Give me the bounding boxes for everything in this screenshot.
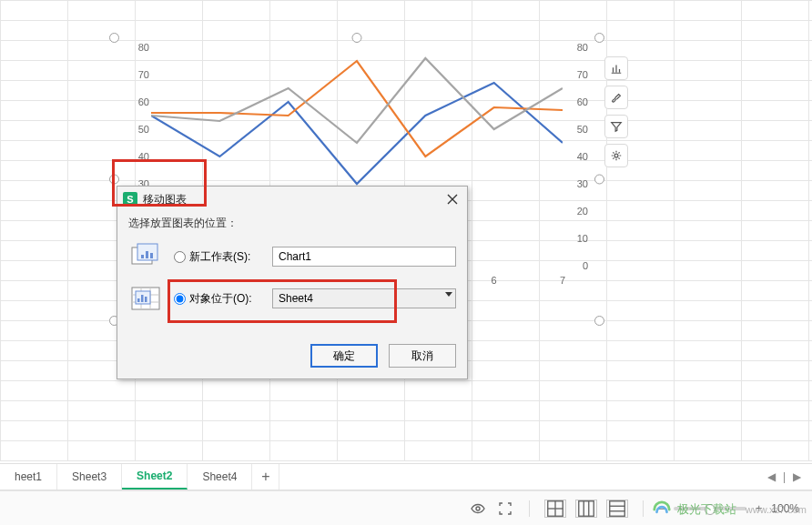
cancel-button[interactable]: 取消 <box>389 344 456 368</box>
tab-nav-prev[interactable]: ◀ <box>767 470 776 483</box>
zoom-text[interactable]: 100% <box>771 502 799 515</box>
radio-object-in[interactable]: 对象位于(O): <box>174 291 263 307</box>
tab-nav: ◀ | ▶ <box>756 464 812 490</box>
chevron-down-icon <box>445 292 452 297</box>
resize-handle-tl[interactable] <box>109 33 119 43</box>
zoom-control[interactable]: − + 100% <box>658 502 799 515</box>
chart-elements-button[interactable] <box>604 56 628 80</box>
option-object-in-row: 对象位于(O): Sheet4 <box>128 282 456 315</box>
status-bar: − + 100% <box>0 490 812 525</box>
bar-chart-icon <box>610 62 623 75</box>
sheet-tab-sheet2[interactable]: Sheet2 <box>122 464 188 490</box>
grid-icon <box>545 499 565 519</box>
chart-tools <box>604 56 628 167</box>
object-in-select[interactable]: Sheet4 <box>272 288 456 308</box>
svg-rect-4 <box>146 251 148 258</box>
resize-handle-tr[interactable] <box>594 33 604 43</box>
sheet-tab-sheet4[interactable]: Sheet4 <box>188 464 252 490</box>
sheet-tab-sheet3[interactable]: Sheet3 <box>57 464 122 490</box>
ok-button[interactable]: 确定 <box>310 344 378 368</box>
radio-new-sheet[interactable]: 新工作表(S): <box>174 249 263 265</box>
zoom-slider[interactable] <box>674 507 746 510</box>
app-icon: S <box>123 192 137 207</box>
funnel-icon <box>610 120 623 133</box>
svg-point-15 <box>476 507 480 510</box>
chart-filter-button[interactable] <box>604 115 628 138</box>
radio-object-in-label: 对象位于(O): <box>189 291 252 307</box>
eye-icon <box>471 501 485 516</box>
gear-icon <box>610 149 623 162</box>
close-button[interactable] <box>442 190 463 208</box>
focus-icon <box>498 501 513 516</box>
svg-rect-3 <box>141 255 144 258</box>
zoom-out[interactable]: − <box>658 502 665 515</box>
tab-nav-sep: | <box>783 470 786 483</box>
columns-icon <box>576 499 596 519</box>
resize-handle-br[interactable] <box>594 316 604 326</box>
chart-styles-button[interactable] <box>604 86 628 109</box>
dialog-titlebar[interactable]: S 移动图表 <box>117 187 467 212</box>
svg-rect-14 <box>145 297 147 302</box>
view-normal[interactable] <box>544 500 566 518</box>
move-chart-dialog: S 移动图表 选择放置图表的位置： 新工作表(S): 对象位于(O): <box>117 186 468 379</box>
new-sheet-icon <box>128 240 165 273</box>
radio-new-sheet-label: 新工作表(S): <box>189 249 250 265</box>
brush-icon <box>610 91 623 104</box>
zoom-in[interactable]: + <box>756 502 762 515</box>
eye-toggle[interactable] <box>469 500 487 518</box>
focus-toggle[interactable] <box>496 500 514 518</box>
dialog-title: 移动图表 <box>143 192 442 207</box>
view-page[interactable] <box>575 500 597 518</box>
sheet-tab-bar: heet1Sheet3Sheet2Sheet4 + ◀ | ▶ <box>0 463 812 490</box>
new-sheet-name-input[interactable] <box>272 247 456 267</box>
resize-handle-tm[interactable] <box>352 33 362 43</box>
option-new-sheet-row: 新工作表(S): <box>128 240 456 273</box>
view-mode-group <box>544 500 628 518</box>
tab-nav-next[interactable]: ▶ <box>793 470 801 483</box>
svg-rect-19 <box>579 500 594 516</box>
add-sheet-button[interactable]: + <box>252 464 279 490</box>
svg-rect-13 <box>141 295 144 302</box>
rows-icon <box>607 499 627 519</box>
svg-point-0 <box>614 154 618 157</box>
x-category-label: 6 <box>492 275 497 286</box>
svg-rect-12 <box>137 298 140 302</box>
sheet-tab-heet1[interactable]: heet1 <box>0 464 57 490</box>
object-in-value: Sheet4 <box>272 288 456 308</box>
svg-rect-22 <box>610 500 625 516</box>
chart-settings-button[interactable] <box>604 144 628 167</box>
dialog-prompt: 选择放置图表的位置： <box>128 216 456 231</box>
x-category-label: 7 <box>560 275 565 286</box>
close-icon <box>447 194 458 205</box>
object-in-icon <box>128 282 165 315</box>
svg-rect-5 <box>150 253 153 258</box>
view-break[interactable] <box>606 500 628 518</box>
